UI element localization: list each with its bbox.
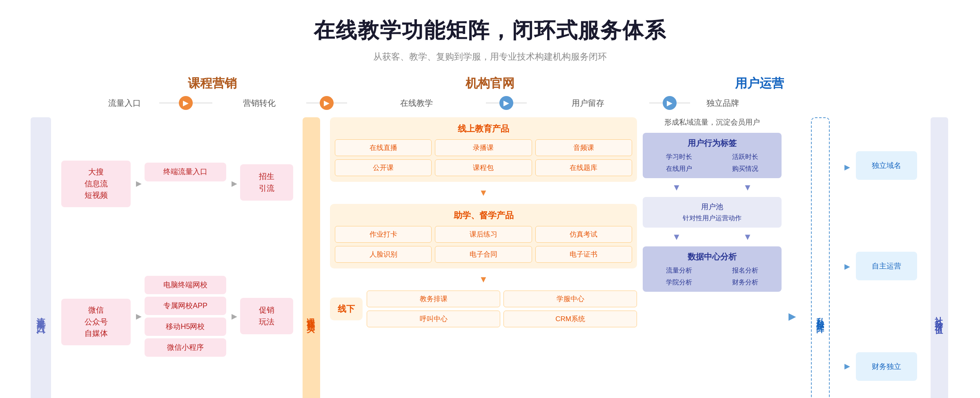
brand-arrow-0: ▶ — [841, 163, 853, 172]
sup-item-1: 课后练习 — [435, 226, 532, 243]
down-arrow-1: ▼ — [330, 188, 637, 198]
channel-mobile: 移动H5网校 — [145, 318, 226, 336]
down-arrows-row: ▼ ▼ — [643, 182, 782, 193]
behavior-tag-title: 用户行为标签 — [648, 138, 777, 149]
page-wrapper: 在线教学功能矩阵，闭环式服务体系 从获客、教学、复购到学服，用专业技术构建机构服… — [0, 0, 980, 398]
private-domain-label: 私域矩阵 — [811, 117, 830, 398]
flow-arrow-2: ▶ — [320, 96, 334, 110]
sup-item-4: 电子合同 — [435, 246, 532, 263]
down-arrow-3: ▼ — [643, 182, 710, 193]
edu-item-0: 在线直播 — [335, 139, 432, 156]
online-products-title: 线上教育产品 — [335, 123, 632, 134]
mini-arrows-2: ▶ ▶ ▶ — [229, 117, 239, 398]
category-marketing: 课程营销 — [90, 75, 335, 92]
behavior-grid: 学习时长 活跃时长 在线用户 购买情况 — [648, 153, 777, 173]
conversion-col: 招生 引流 促销 玩法 推广 营销 — [240, 117, 293, 398]
user-pool-sub: 针对性用户运营动作 — [648, 214, 777, 223]
left-label-col: 流量入口 — [24, 117, 57, 398]
data-item-1: 报名分析 — [714, 266, 777, 275]
offline-label: 线下 — [330, 297, 363, 320]
data-item-2: 学院分析 — [648, 278, 710, 287]
mini-arrow-4: ▶ — [229, 179, 239, 188]
page-subtitle: 从获客、教学、复购到学服，用专业技术构建机构服务闭环 — [24, 51, 956, 63]
header: 在线教学功能矩阵，闭环式服务体系 从获客、教学、复购到学服，用专业技术构建机构服… — [24, 16, 956, 63]
data-center-title: 数据中心分析 — [648, 251, 777, 262]
user-pool-box: 用户池 针对性用户运营动作 — [643, 197, 782, 228]
flow-arrow-4: ▶ — [663, 96, 677, 110]
offline-item-0: 教务排课 — [367, 291, 500, 307]
source-item-0: 大搜 信息流 短视频 — [61, 161, 131, 207]
brand-arrow-2: ▶ — [841, 362, 853, 371]
offline-item-2: 呼叫中心 — [367, 311, 500, 327]
behavior-item-1: 活跃时长 — [714, 153, 777, 161]
flow-label-traffic: 流量入口 — [90, 98, 159, 109]
conversion-promo: 促销 玩法 — [240, 298, 293, 334]
course-purchase-col: 课程购买 — [299, 117, 323, 398]
private-domain-col: 私域矩阵 — [802, 117, 839, 398]
brand-arrows: ▶ ▶ ▶ ▶ — [841, 117, 853, 398]
flow-label-brand: 独立品牌 — [690, 98, 755, 109]
online-edu-col: 线上教育产品 在线直播 录播课 音频课 公开课 课程包 在线题库 ▼ 助学、督学… — [330, 117, 637, 398]
channel-mini: 微信小程序 — [145, 338, 226, 357]
flow-label-retention: 用户留存 — [527, 98, 649, 109]
flow-labels-row: 流量入口 ▶ 营销转化 ▶ 在线教学 ▶ 用户留存 ▶ 独立品牌 — [24, 96, 956, 110]
edu-item-1: 录播课 — [435, 139, 532, 156]
down-arrow-6: ▼ — [714, 232, 782, 242]
edu-item-2: 音频课 — [535, 139, 632, 156]
edu-item-3: 公开课 — [335, 159, 432, 176]
user-pool-title: 用户池 — [648, 202, 777, 212]
offline-item-3: CRM系统 — [503, 311, 637, 327]
down-arrow-2: ▼ — [330, 274, 637, 285]
brand-arrow-1: ▶ — [841, 262, 853, 271]
offline-item-1: 学服中心 — [503, 291, 637, 307]
down-arrow-5: ▼ — [643, 232, 710, 242]
channels-col: 终端流量入口 电脑终端网校 专属网校APP 移动H5网校 微信小程序 钉钉/企业… — [145, 117, 226, 398]
sup-item-3: 人脸识别 — [335, 246, 432, 263]
channel-terminal: 终端流量入口 — [145, 163, 226, 181]
supervision-section: 助学、督学产品 作业打卡 课后练习 仿真考试 人脸识别 电子合同 电子证书 — [330, 204, 637, 268]
retention-top-text: 形成私域流量，沉淀会员用户 — [643, 117, 782, 127]
supervision-title: 助学、督学产品 — [335, 210, 632, 221]
online-products-section: 线上教育产品 在线直播 录播课 音频课 公开课 课程包 在线题库 — [330, 117, 637, 182]
mini-arrows-1: ▶ ▶ ▶ — [134, 117, 144, 398]
data-center-box: 数据中心分析 流量分析 报名分析 学院分析 财务分析 — [643, 246, 782, 292]
behavior-item-0: 学习时长 — [648, 153, 710, 161]
course-purchase-label: 课程购买 — [303, 117, 320, 398]
category-official: 机构官网 — [359, 75, 621, 92]
offline-grid: 教务排课 学服中心 呼叫中心 CRM系统 — [367, 291, 637, 327]
category-user-ops: 用户运营 — [629, 75, 890, 92]
behavior-item-2: 在线用户 — [648, 165, 710, 173]
edu-item-5: 在线题库 — [535, 159, 632, 176]
arrow-icon: ▶ — [788, 311, 796, 322]
flow-label-conversion: 营销转化 — [212, 98, 306, 109]
data-item-0: 流量分析 — [648, 266, 710, 275]
brand-col: 独立域名 自主运营 财务独立 多终端支持 — [856, 117, 917, 398]
brand-item-1: 自主运营 — [856, 252, 917, 280]
social-col: 社会价值 — [923, 117, 956, 398]
sup-item-5: 电子证书 — [535, 246, 632, 263]
brand-item-2: 财务独立 — [856, 352, 917, 381]
flow-label-online: 在线教学 — [347, 98, 486, 109]
mini-arrow-2: ▶ — [134, 312, 144, 321]
brand-item-0: 独立域名 — [856, 151, 917, 180]
edu-item-4: 课程包 — [435, 159, 532, 176]
data-item-3: 财务分析 — [714, 278, 777, 287]
flow-arrow-1: ▶ — [179, 96, 193, 110]
mini-arrow-1: ▶ — [134, 179, 144, 188]
supervision-grid: 作业打卡 课后练习 仿真考试 人脸识别 电子合同 电子证书 — [335, 226, 632, 263]
behavior-item-3: 购买情况 — [714, 165, 777, 173]
channel-pc: 电脑终端网校 — [145, 276, 226, 294]
sup-item-0: 作业打卡 — [335, 226, 432, 243]
down-arrow-4: ▼ — [714, 182, 782, 193]
source-item-1: 微信 公众号 自媒体 — [61, 299, 131, 345]
user-retention-col: 形成私域流量，沉淀会员用户 用户行为标签 学习时长 活跃时长 在线用户 购买情况… — [643, 117, 782, 398]
mini-arrow-5: ▶ — [229, 312, 239, 321]
left-vertical-label: 流量入口 — [31, 117, 51, 398]
offline-row: 线下 教务排课 学服中心 呼叫中心 CRM系统 — [330, 291, 637, 327]
page-title: 在线教学功能矩阵，闭环式服务体系 — [24, 16, 956, 45]
sup-item-2: 仿真考试 — [535, 226, 632, 243]
channel-app: 专属网校APP — [145, 297, 226, 315]
online-products-grid: 在线直播 录播课 音频课 公开课 课程包 在线题库 — [335, 139, 632, 176]
flow-arrow-3: ▶ — [499, 96, 513, 110]
section-arrow-blue: ▶ — [784, 117, 800, 398]
